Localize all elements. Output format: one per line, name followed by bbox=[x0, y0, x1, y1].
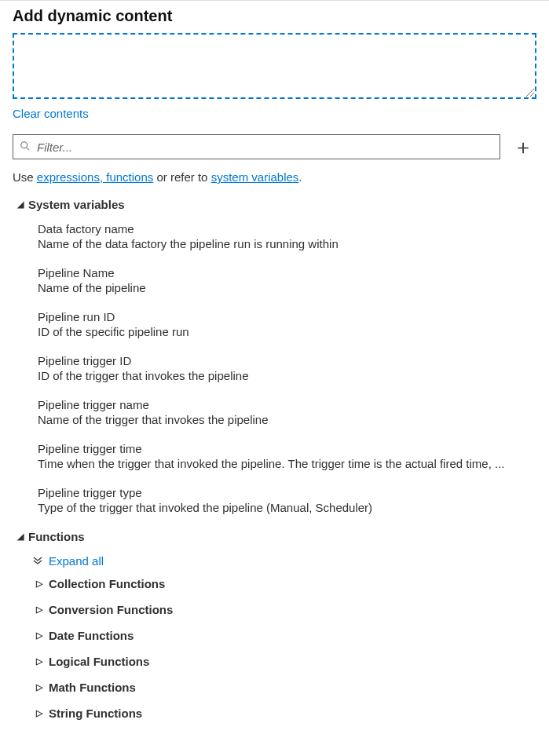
svg-point-2 bbox=[21, 141, 27, 148]
system-variable-desc: ID of the specific pipeline run bbox=[38, 325, 536, 338]
help-middle: or refer to bbox=[153, 170, 210, 184]
system-variable-title: Pipeline trigger type bbox=[38, 486, 536, 499]
expand-all-link[interactable]: Expand all bbox=[33, 554, 536, 568]
section-system-variables-label: System variables bbox=[28, 198, 125, 211]
search-icon bbox=[20, 141, 35, 154]
function-group[interactable]: ▷Logical Functions bbox=[36, 655, 536, 668]
chevron-right-icon: ▷ bbox=[36, 708, 47, 718]
chevron-right-icon: ▷ bbox=[36, 604, 47, 615]
resize-handle-icon[interactable] bbox=[524, 86, 535, 97]
function-group[interactable]: ▷String Functions bbox=[36, 707, 536, 720]
system-variable-title: Pipeline trigger time bbox=[38, 442, 536, 455]
help-prefix: Use bbox=[13, 170, 37, 184]
svg-line-1 bbox=[530, 93, 534, 97]
function-group-label: Conversion Functions bbox=[49, 603, 173, 616]
add-button[interactable]: ＋ bbox=[510, 137, 536, 157]
system-variable-desc: Time when the trigger that invoked the p… bbox=[38, 457, 536, 470]
svg-line-0 bbox=[526, 89, 534, 97]
system-variables-link[interactable]: system variables bbox=[211, 170, 299, 184]
expressions-functions-link[interactable]: expressions, functions bbox=[37, 170, 153, 184]
system-variable-item[interactable]: Pipeline trigger typeType of the trigger… bbox=[38, 486, 536, 514]
system-variable-desc: Name of the pipeline bbox=[38, 281, 536, 294]
filter-input[interactable] bbox=[35, 140, 493, 155]
system-variable-item[interactable]: Pipeline trigger IDID of the trigger tha… bbox=[38, 354, 536, 382]
chevron-right-icon: ▷ bbox=[36, 656, 47, 667]
function-group[interactable]: ▷Collection Functions bbox=[36, 577, 536, 590]
clear-contents-link[interactable]: Clear contents bbox=[13, 107, 89, 120]
system-variable-title: Pipeline run ID bbox=[38, 310, 536, 323]
system-variable-title: Pipeline Name bbox=[38, 266, 536, 279]
function-group[interactable]: ▷Math Functions bbox=[36, 681, 536, 694]
system-variable-title: Data factory name bbox=[38, 222, 536, 236]
svg-line-3 bbox=[27, 147, 30, 150]
expand-all-label: Expand all bbox=[49, 554, 104, 568]
system-variable-desc: Name of the trigger that invokes the pip… bbox=[38, 413, 536, 426]
function-group[interactable]: ▷Date Functions bbox=[36, 629, 536, 642]
help-text: Use expressions, functions or refer to s… bbox=[13, 170, 536, 184]
system-variable-item[interactable]: Data factory nameName of the data factor… bbox=[38, 222, 536, 250]
expression-input[interactable] bbox=[13, 33, 536, 99]
function-group-label: String Functions bbox=[49, 707, 142, 720]
system-variable-item[interactable]: Pipeline trigger timeTime when the trigg… bbox=[38, 442, 536, 470]
chevron-right-icon: ▷ bbox=[36, 630, 47, 641]
page-title: Add dynamic content bbox=[13, 7, 536, 25]
expand-all-icon bbox=[33, 555, 46, 567]
filter-input-wrapper[interactable] bbox=[13, 134, 500, 159]
system-variable-title: Pipeline trigger name bbox=[38, 398, 536, 411]
system-variable-desc: Type of the trigger that invoked the pip… bbox=[38, 501, 536, 514]
function-group-label: Math Functions bbox=[49, 681, 136, 694]
function-group-label: Date Functions bbox=[49, 629, 134, 642]
chevron-right-icon: ▷ bbox=[36, 682, 47, 692]
system-variable-title: Pipeline trigger ID bbox=[38, 354, 536, 367]
system-variable-desc: ID of the trigger that invokes the pipel… bbox=[38, 369, 536, 382]
system-variable-desc: Name of the data factory the pipeline ru… bbox=[38, 237, 536, 250]
function-group-label: Logical Functions bbox=[49, 655, 149, 668]
function-group-label: Collection Functions bbox=[49, 577, 165, 590]
system-variable-item[interactable]: Pipeline trigger nameName of the trigger… bbox=[38, 398, 536, 426]
help-suffix: . bbox=[298, 170, 302, 184]
section-functions[interactable]: ◢ Functions bbox=[17, 530, 536, 543]
chevron-down-icon: ◢ bbox=[17, 531, 28, 542]
chevron-right-icon: ▷ bbox=[36, 579, 47, 589]
system-variable-item[interactable]: Pipeline NameName of the pipeline bbox=[38, 266, 536, 294]
function-group[interactable]: ▷Conversion Functions bbox=[36, 603, 536, 616]
section-system-variables[interactable]: ◢ System variables bbox=[17, 198, 536, 211]
section-functions-label: Functions bbox=[28, 530, 85, 543]
system-variable-item[interactable]: Pipeline run IDID of the specific pipeli… bbox=[38, 310, 536, 338]
chevron-down-icon: ◢ bbox=[17, 199, 28, 210]
